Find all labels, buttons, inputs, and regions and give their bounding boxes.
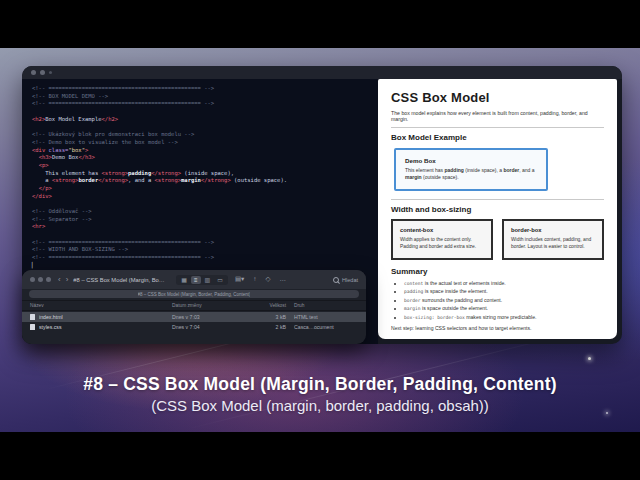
summary-item: padding is space inside the element. bbox=[404, 288, 604, 295]
file-row[interactable]: styles.css Dnes v 7:04 2 kB Casca…ocumen… bbox=[22, 322, 366, 332]
file-name: styles.css bbox=[39, 324, 172, 330]
summary-text: makes sizing more predictable. bbox=[465, 314, 537, 320]
code-line: <!-- ===================================… bbox=[32, 100, 378, 108]
divider bbox=[391, 199, 604, 200]
finder-window-title: #8 – CSS Box Model (Margin, Borde… bbox=[73, 277, 165, 283]
page-title: CSS Box Model bbox=[391, 90, 604, 105]
demo-box: Demo Box This element has padding (insid… bbox=[394, 148, 548, 191]
forward-icon[interactable]: › bbox=[66, 276, 69, 284]
file-row[interactable]: index.html Dnes v 7:03 3 kB HTML text bbox=[22, 312, 366, 322]
demo-box-title: Demo Box bbox=[405, 157, 537, 164]
finder-traffic-lights bbox=[30, 277, 51, 282]
summary-text: is space inside the element. bbox=[423, 288, 487, 294]
box-sizing-card: content-box Width applies to the content… bbox=[391, 219, 493, 260]
group-icon[interactable]: ▤▾ bbox=[233, 276, 246, 283]
summary-item: margin is space outside the element. bbox=[404, 305, 604, 312]
code-line: <hr> bbox=[32, 223, 378, 231]
summary-item: border surrounds the padding and content… bbox=[404, 297, 604, 304]
folder-path-label: #8 – CSS Box Model (Margin, Border, Padd… bbox=[138, 292, 251, 297]
browser-preview: CSS Box Model The box model explains how… bbox=[378, 79, 617, 339]
video-caption: #8 – CSS Box Model (Margin, Border, Padd… bbox=[0, 374, 640, 414]
summary-code: margin bbox=[404, 306, 421, 311]
column-header-name[interactable]: Název bbox=[30, 303, 172, 308]
document-icon bbox=[30, 314, 35, 320]
summary-code: padding bbox=[404, 289, 423, 294]
close-button[interactable] bbox=[30, 277, 35, 282]
file-size: 2 kB bbox=[250, 324, 294, 330]
summary-code: border bbox=[404, 298, 421, 303]
code-line bbox=[32, 108, 378, 116]
file-size: 3 kB bbox=[250, 314, 294, 320]
summary-list: content is the actual text or elements i… bbox=[391, 280, 604, 321]
search-icon bbox=[333, 277, 339, 283]
list-view-icon[interactable]: ≡ bbox=[191, 276, 201, 284]
code-line: </p> bbox=[32, 185, 378, 193]
code-line: <!-- Ukázkový blok pro demonstraci box m… bbox=[32, 131, 378, 139]
divider bbox=[391, 127, 604, 128]
file-list: index.html Dnes v 7:03 3 kB HTML text st… bbox=[22, 311, 366, 332]
next-step-text: Next step: learning CSS selectors and ho… bbox=[391, 325, 604, 331]
section-heading-width-box-sizing: Width and box-sizing bbox=[391, 205, 604, 214]
code-line: <h3>Demo Box</h3> bbox=[32, 154, 378, 162]
column-view-icon[interactable]: ▥ bbox=[202, 276, 214, 284]
code-line: <!-- ===================================… bbox=[32, 85, 378, 93]
column-header-size[interactable]: Velikost bbox=[250, 303, 294, 308]
code-line: <h2>Box Model Example</h2> bbox=[32, 116, 378, 124]
code-line: <!-- Separator --> bbox=[32, 216, 378, 224]
more-icon[interactable]: … bbox=[278, 276, 289, 283]
demo-box-text: This element has padding (inside space),… bbox=[405, 167, 537, 182]
caption-line-2: (CSS Box Model (margin, border, padding,… bbox=[0, 397, 640, 414]
minimize-button[interactable] bbox=[38, 277, 43, 282]
file-kind: HTML text bbox=[294, 314, 358, 320]
code-line: <!-- Oddělovač --> bbox=[32, 208, 378, 216]
box-sizing-cards: content-box Width applies to the content… bbox=[391, 219, 604, 260]
summary-item: box-sizing: border-box makes sizing more… bbox=[404, 314, 604, 321]
code-line: <!-- Demo box to visualize the box model… bbox=[32, 139, 378, 147]
file-name: index.html bbox=[39, 314, 172, 320]
close-button[interactable] bbox=[31, 70, 36, 75]
folder-path-pill[interactable]: #8 – CSS Box Model (Margin, Border, Padd… bbox=[29, 290, 359, 298]
window-titlebar[interactable] bbox=[22, 66, 622, 79]
gallery-view-icon[interactable]: ▭ bbox=[214, 276, 226, 284]
card-text: Width includes content, padding, and bor… bbox=[511, 236, 595, 250]
code-line: This element has <strong>padding</strong… bbox=[32, 170, 378, 178]
letterbox-bottom bbox=[0, 432, 640, 480]
section-heading-box-model-example: Box Model Example bbox=[391, 133, 604, 142]
column-header-kind[interactable]: Druh bbox=[294, 303, 358, 308]
code-line bbox=[32, 231, 378, 239]
caption-line-1: #8 – CSS Box Model (Margin, Border, Padd… bbox=[0, 374, 640, 395]
zoom-button[interactable] bbox=[46, 277, 51, 282]
search-field[interactable]: Hledat bbox=[333, 277, 358, 283]
letterbox-top bbox=[0, 0, 640, 48]
search-label: Hledat bbox=[342, 277, 358, 283]
finder-toolbar: ‹ › #8 – CSS Box Model (Margin, Borde… ▦… bbox=[22, 270, 366, 289]
file-date: Dnes v 7:04 bbox=[172, 324, 250, 330]
code-line: <!-- ===================================… bbox=[32, 239, 378, 247]
share-icon[interactable]: ↑ bbox=[251, 276, 258, 283]
zoom-button[interactable] bbox=[49, 71, 52, 74]
card-title: content-box bbox=[400, 227, 484, 233]
finder-window: ‹ › #8 – CSS Box Model (Margin, Borde… ▦… bbox=[22, 270, 366, 344]
back-icon[interactable]: ‹ bbox=[58, 276, 61, 284]
code-line: <p> bbox=[32, 162, 378, 170]
code-line: ▏ bbox=[32, 262, 378, 270]
document-icon bbox=[30, 324, 35, 330]
code-line bbox=[32, 200, 378, 208]
icon-view-icon[interactable]: ▦ bbox=[178, 276, 190, 284]
column-header-date[interactable]: Datum změny bbox=[172, 303, 250, 308]
summary-code: content bbox=[404, 281, 423, 286]
tag-icon[interactable]: ◇ bbox=[264, 276, 273, 283]
code-line: <!-- WIDTH AND BOX-SIZING --> bbox=[32, 246, 378, 254]
code-line: </div> bbox=[32, 193, 378, 201]
summary-text: surrounds the padding and content. bbox=[421, 297, 503, 303]
section-heading-summary: Summary bbox=[391, 267, 604, 276]
file-kind: Casca…ocument bbox=[294, 324, 358, 330]
card-text: Width applies to the content only. Paddi… bbox=[400, 236, 484, 250]
code-line: <!-- ===================================… bbox=[32, 254, 378, 262]
minimize-button[interactable] bbox=[40, 70, 45, 75]
card-title: border-box bbox=[511, 227, 595, 233]
code-line: <div class="box"> bbox=[32, 147, 378, 155]
summary-text: is space outside the element. bbox=[421, 305, 488, 311]
summary-text: is the actual text or elements inside. bbox=[423, 280, 505, 286]
code-line: a <strong>border</strong>, and a <strong… bbox=[32, 177, 378, 185]
